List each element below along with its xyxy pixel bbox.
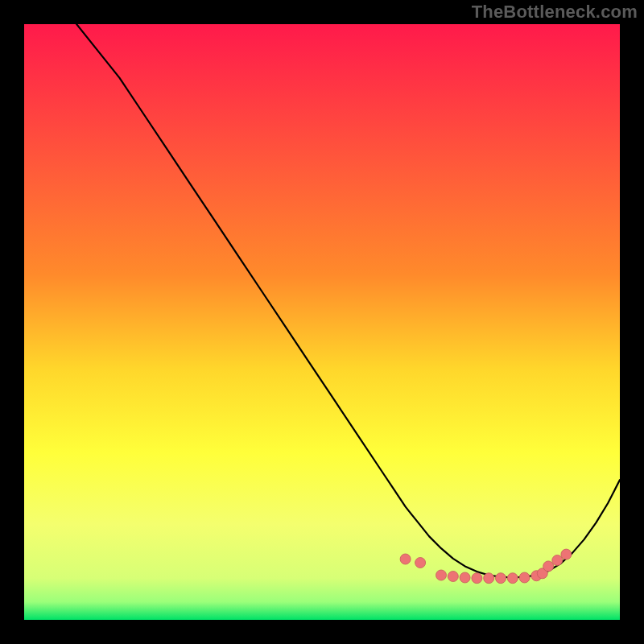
curve-marker (552, 555, 563, 566)
curve-marker (436, 570, 447, 580)
curve-marker (507, 573, 518, 584)
chart-svg (24, 24, 620, 620)
curve-marker (561, 549, 572, 559)
watermark-text: TheBottleneck.com (472, 2, 638, 23)
curve-marker (484, 573, 494, 584)
curve-marker (448, 572, 458, 582)
curve-marker (543, 561, 554, 572)
curve-marker (460, 572, 470, 583)
curve-marker (472, 573, 482, 584)
curve-marker (415, 558, 426, 568)
plot-area (24, 24, 620, 620)
curve-marker (400, 554, 411, 564)
chart-stage: TheBottleneck.com (0, 0, 644, 644)
gradient-bg (24, 24, 620, 620)
curve-marker (496, 573, 506, 584)
curve-marker (519, 572, 530, 583)
